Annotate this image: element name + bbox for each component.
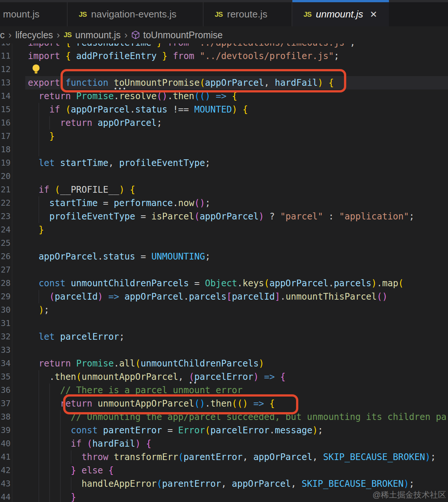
line-number: 24 (1, 223, 11, 237)
line-number: 38 (1, 410, 11, 424)
line-number: 35 (1, 370, 11, 384)
code-text: const unmountChildrenParcels = Object.ke… (28, 277, 404, 290)
close-icon[interactable]: ✕ (370, 10, 377, 19)
javascript-file-icon: JS (303, 10, 311, 19)
line-number: 15 (1, 103, 11, 116)
line-number: 23 (1, 210, 11, 223)
tab-navigation-events.js[interactable]: JSnavigation-events.js (68, 2, 204, 26)
code-text: ); (28, 303, 49, 317)
code-line[interactable]: 32 let parcelError; (0, 330, 448, 343)
code-line[interactable]: 15 if (appOrParcel.status !== MOUNTED) { (0, 103, 448, 116)
line-number: 27 (1, 263, 11, 277)
tab-label: reroute.js (227, 9, 267, 20)
line-number: 20 (1, 170, 11, 183)
annotation-highlight-box (63, 394, 298, 414)
code-line[interactable]: 43 handleAppError(parentError, appOrParc… (0, 477, 448, 490)
tab-unmount.js[interactable]: JSunmount.js✕ (292, 2, 389, 26)
line-number: 29 (1, 290, 11, 303)
code-line[interactable]: 22 startTime = performance.now(); (0, 196, 448, 210)
code-line[interactable]: 16 return appOrParcel; (0, 116, 448, 130)
chevron-right-icon: › (124, 29, 128, 41)
breadcrumb-item-lifecycles[interactable]: lifecycles (15, 30, 53, 40)
code-line[interactable]: 33 (0, 343, 448, 357)
line-number: 28 (1, 277, 11, 290)
code-text: import { reasonableTime } from "../appli… (28, 43, 355, 49)
tab-label: navigation-events.js (91, 9, 176, 20)
line-number: 13 (1, 76, 11, 89)
line-number: 14 (1, 89, 11, 103)
code-text: } else { (28, 464, 114, 477)
line-number: 16 (1, 116, 11, 130)
code-line[interactable]: 35 .then(unmountAppOrParcel, (parcelErro… (0, 370, 448, 384)
breadcrumb-item-c[interactable]: c (0, 30, 5, 40)
code-line[interactable]: 30 ); (0, 303, 448, 317)
code-text: let parcelError; (28, 330, 124, 343)
code-editor[interactable]: 10import { reasonableTime } from "../app… (0, 43, 448, 502)
code-line[interactable]: 25 (0, 237, 448, 250)
code-line[interactable]: 20 (0, 170, 448, 183)
code-line[interactable]: 41 throw transformErr(parentError, appOr… (0, 450, 448, 464)
code-text: throw transformErr(parentError, appOrPar… (28, 450, 436, 464)
line-number: 41 (1, 450, 11, 464)
tab-reroute.js[interactable]: JSreroute.js (204, 2, 292, 26)
chevron-right-icon: › (57, 29, 60, 41)
line-number: 10 (1, 43, 11, 49)
code-line[interactable]: 21 if (__PROFILE__) { (0, 183, 448, 196)
watermark: @稀土掘金技术社区 (373, 489, 446, 501)
code-text: } (28, 223, 44, 237)
code-line[interactable]: 27 (0, 263, 448, 277)
quick-fix-lightbulb-icon[interactable] (31, 64, 41, 75)
tab-mount.js[interactable]: mount.js (0, 2, 68, 26)
line-number: 33 (1, 343, 11, 357)
javascript-file-icon: JS (64, 31, 71, 39)
code-text: const parentError = Error(parcelError.me… (28, 424, 323, 437)
code-line[interactable]: 17 } (0, 130, 448, 143)
code-text: } (28, 130, 55, 143)
line-number: 12 (1, 63, 11, 76)
code-text: handleAppError(parentError, appOrParcel,… (28, 477, 414, 490)
line-number: 31 (1, 317, 11, 330)
code-line[interactable]: 19 let startTime, profileEventType; (0, 156, 448, 170)
code-line[interactable]: 28 const unmountChildrenParcels = Object… (0, 277, 448, 290)
tab-label: mount.js (3, 9, 39, 20)
breadcrumb-item-unmount.js[interactable]: JSunmount.js (64, 30, 121, 40)
line-number: 34 (1, 357, 11, 370)
code-line[interactable]: 31 (0, 317, 448, 330)
line-number: 37 (1, 397, 11, 410)
code-line[interactable]: 18 (0, 143, 448, 156)
breadcrumb-label: unmount.js (75, 30, 121, 40)
indent-guide (39, 143, 39, 156)
code-line[interactable]: 23 profileEventType = isParcel(appOrParc… (0, 210, 448, 223)
code-line[interactable]: 11import { addProfileEntry } from "../de… (0, 49, 448, 63)
code-text: return Promise.all(unmountChildrenParcel… (28, 357, 264, 370)
code-line[interactable]: 42 } else { (0, 464, 448, 477)
code-line[interactable]: 34 return Promise.all(unmountChildrenPar… (0, 357, 448, 370)
code-text: (parcelId) => appOrParcel.parcels[parcel… (28, 290, 387, 303)
code-line[interactable]: 29 (parcelId) => appOrParcel.parcels[par… (0, 290, 448, 303)
line-number: 22 (1, 196, 11, 210)
code-text: .then(unmountAppOrParcel, (parcelError) … (28, 370, 286, 384)
line-number: 44 (1, 490, 11, 502)
code-text: return appOrParcel; (28, 116, 162, 130)
code-line[interactable]: 26 appOrParcel.status = UNMOUNTING; (0, 250, 448, 263)
line-number: 21 (1, 183, 11, 196)
active-tab-accent (292, 0, 389, 2)
tab-label: unmount.js (316, 9, 363, 20)
code-line[interactable]: 40 if (hardFail) { (0, 437, 448, 450)
code-text: if (__PROFILE__) { (28, 183, 135, 196)
code-line[interactable]: 10import { reasonableTime } from "../app… (0, 43, 448, 49)
line-number: 25 (1, 237, 11, 250)
chevron-right-icon: › (9, 29, 12, 41)
line-number: 17 (1, 130, 11, 143)
code-text: if (hardFail) { (28, 437, 151, 450)
line-number: 36 (1, 384, 11, 397)
symbol-method-icon (131, 30, 140, 39)
breadcrumb-label: c (0, 30, 5, 40)
code-text: import { addProfileEntry } from "../devt… (28, 49, 339, 63)
code-line[interactable]: 24 } (0, 223, 448, 237)
line-number: 30 (1, 303, 11, 317)
code-text: if (appOrParcel.status !== MOUNTED) { (28, 103, 248, 116)
breadcrumb-item-toUnmountPromise[interactable]: toUnmountPromise (131, 30, 223, 40)
code-line[interactable]: 39 const parentError = Error(parcelError… (0, 424, 448, 437)
breadcrumb-label: lifecycles (15, 30, 53, 40)
